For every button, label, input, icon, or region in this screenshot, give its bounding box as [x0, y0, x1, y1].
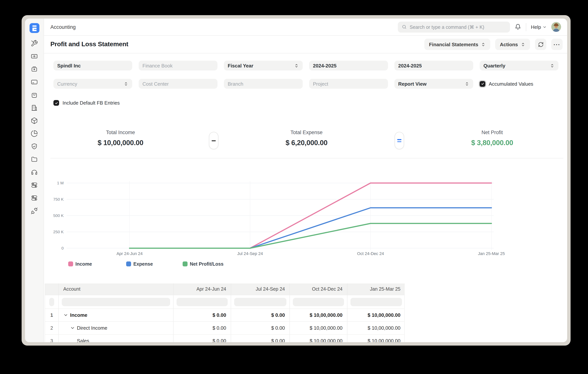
- amount-cell: $ 0.00: [231, 335, 290, 342]
- column-header[interactable]: Jul 24-Sep 24: [231, 283, 290, 295]
- net-profit-value: $ 3,80,000.00: [471, 139, 513, 147]
- amount-cell: $ 0.00: [174, 309, 231, 321]
- toggles-2-icon[interactable]: [31, 194, 38, 202]
- legend-swatch: [68, 261, 73, 266]
- amount-cell: $ 10,00,000.00: [347, 322, 405, 334]
- project-filter[interactable]: Project: [309, 79, 388, 89]
- y-axis-tick: 250 K: [53, 230, 64, 234]
- total-income-label: Total Income: [98, 129, 143, 135]
- column-filter-input[interactable]: [177, 298, 228, 306]
- row-number-header: [45, 283, 59, 295]
- series-line-net-profit-loss: [130, 223, 491, 248]
- actions-dropdown[interactable]: Actions: [495, 39, 530, 50]
- company-value: Spindl Inc: [57, 63, 81, 68]
- to-fiscal-year-filter[interactable]: 2024-2025: [394, 61, 473, 71]
- amount-cell: $ 0.00: [174, 335, 231, 342]
- banknote-icon[interactable]: [31, 53, 38, 60]
- period-based-on-value: Fiscal Year: [228, 63, 253, 68]
- legend-label[interactable]: Net Profit/Loss: [190, 261, 223, 267]
- sidebar: [25, 19, 44, 342]
- cost-center-placeholder: Cost Center: [142, 81, 169, 86]
- company-filter[interactable]: Spindl Inc: [53, 61, 132, 71]
- profit-loss-chart: 0250 K500 K750 K1 MApr 24-Jun 24Jul 24-S…: [45, 174, 514, 275]
- shopping-bag-icon[interactable]: [31, 91, 38, 98]
- account-cell[interactable]: Direct Income: [59, 322, 174, 334]
- total-expense-value: $ 6,20,000.00: [285, 139, 327, 147]
- branch-placeholder: Branch: [228, 81, 243, 86]
- chevron-up-down-icon: [521, 42, 525, 47]
- building-icon[interactable]: [31, 104, 38, 111]
- actions-label: Actions: [500, 42, 518, 47]
- headset-icon[interactable]: [31, 169, 38, 176]
- finance-book-filter[interactable]: Finance Book: [139, 61, 218, 71]
- chevron-down-icon[interactable]: [70, 325, 75, 331]
- from-fiscal-year-filter[interactable]: 2024-2025: [309, 61, 388, 71]
- periodicity-value: Quarterly: [483, 63, 505, 68]
- shield-check-icon[interactable]: [31, 143, 38, 150]
- account-cell[interactable]: Income: [59, 309, 174, 321]
- branch-filter[interactable]: Branch: [224, 79, 303, 89]
- accumulated-values-checkbox[interactable]: [480, 81, 485, 86]
- series-line-expense: [130, 208, 491, 248]
- column-filter-input[interactable]: [234, 298, 286, 306]
- chevron-up-down-icon: [550, 63, 555, 68]
- pie-chart-icon[interactable]: [31, 130, 38, 137]
- account-name: Sales: [77, 338, 89, 342]
- user-avatar[interactable]: [551, 22, 561, 32]
- chevron-up-down-icon: [481, 42, 486, 47]
- erpnext-logo-icon[interactable]: [29, 23, 39, 33]
- report-table: AccountApr 24-Jun 24Jul 24-Sep 24Oct 24-…: [45, 283, 405, 342]
- from-fiscal-year-value: 2024-2025: [313, 63, 336, 68]
- legend-label[interactable]: Income: [75, 261, 92, 267]
- chevron-down-icon[interactable]: [63, 313, 68, 318]
- financial-statements-label: Financial Statements: [429, 42, 478, 47]
- currency-select[interactable]: Currency: [53, 79, 132, 89]
- x-axis-tick: Oct 24-Dec 24: [357, 251, 384, 256]
- refresh-button[interactable]: [535, 39, 546, 50]
- amount-cell: $ 0.00: [174, 322, 231, 334]
- column-header[interactable]: Jan 25-Mar 25: [347, 283, 405, 295]
- account-name: Direct Income: [77, 325, 107, 331]
- column-filter-input[interactable]: [293, 298, 344, 306]
- plug-icon[interactable]: [31, 207, 38, 214]
- include-default-fb-checkbox[interactable]: [53, 100, 59, 106]
- report-content: Spindl Inc Finance Book Fiscal Year: [44, 53, 567, 342]
- account-cell[interactable]: Sales: [59, 335, 174, 342]
- notifications-bell-icon[interactable]: [515, 23, 522, 30]
- tools-icon[interactable]: [31, 40, 38, 47]
- package-icon[interactable]: [31, 117, 38, 124]
- column-filter-input[interactable]: [350, 298, 402, 306]
- financial-statements-dropdown[interactable]: Financial Statements: [425, 39, 490, 50]
- filter-cell: [59, 295, 174, 309]
- amount-cell: $ 10,00,000.00: [347, 309, 405, 321]
- amount-cell: $ 10,00,000.00: [290, 322, 347, 334]
- workspace-name[interactable]: Accounting: [50, 24, 76, 30]
- column-header[interactable]: Apr 24-Jun 24: [174, 283, 231, 295]
- equals-operator-pill: [395, 132, 404, 149]
- amount-cell: $ 0.00: [231, 322, 290, 334]
- more-options-button[interactable]: ···: [551, 39, 563, 50]
- cost-center-filter[interactable]: Cost Center: [139, 79, 218, 89]
- chevron-up-down-icon: [124, 81, 128, 86]
- row-number: 2: [45, 322, 59, 334]
- account-name: Income: [70, 312, 87, 318]
- column-filter-input[interactable]: [49, 298, 54, 306]
- period-based-on-select[interactable]: Fiscal Year: [224, 61, 303, 71]
- help-menu[interactable]: Help: [531, 24, 547, 30]
- filter-cell: [45, 295, 59, 309]
- search-input[interactable]: Search or type a command (⌘ + K): [398, 21, 510, 32]
- periodicity-select[interactable]: Quarterly: [480, 61, 558, 71]
- toggles-icon[interactable]: [31, 182, 38, 189]
- help-label: Help: [531, 24, 541, 30]
- legend-label[interactable]: Expense: [133, 261, 153, 267]
- column-header[interactable]: Account: [59, 283, 174, 295]
- credit-card-icon[interactable]: [31, 78, 38, 86]
- report-view-select[interactable]: Report View: [394, 79, 473, 89]
- search-placeholder: Search or type a command (⌘ + K): [410, 24, 484, 30]
- table-header-row: AccountApr 24-Jun 24Jul 24-Sep 24Oct 24-…: [45, 283, 404, 295]
- folder-icon[interactable]: [31, 156, 38, 163]
- column-filter-input[interactable]: [62, 298, 170, 306]
- cash-register-icon[interactable]: [31, 65, 38, 73]
- y-axis-tick: 0: [61, 246, 64, 250]
- column-header[interactable]: Oct 24-Dec 24: [290, 283, 347, 295]
